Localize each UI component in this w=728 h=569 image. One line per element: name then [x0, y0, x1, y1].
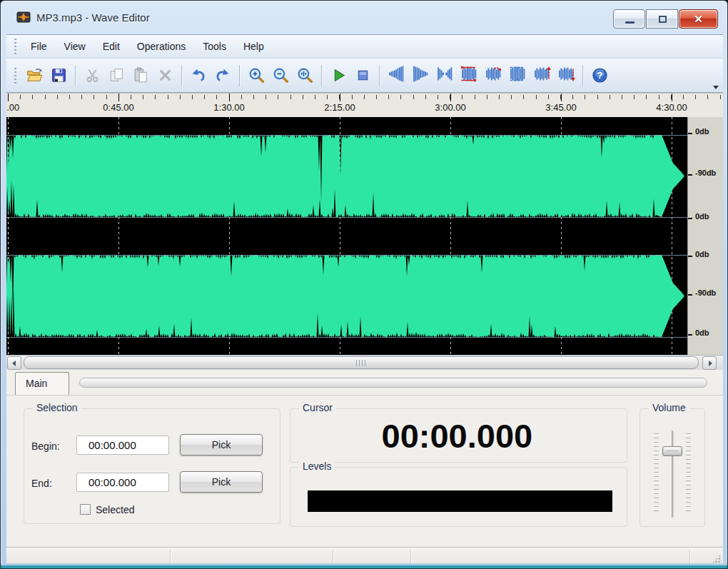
ruler-major-tick — [8, 94, 9, 101]
ruler-major-tick — [118, 94, 119, 101]
normalize-icon — [509, 65, 527, 86]
maximize-icon — [659, 16, 667, 23]
stop-button[interactable] — [350, 64, 375, 88]
undo-button[interactable] — [186, 64, 211, 88]
selected-checkbox[interactable] — [80, 504, 91, 515]
menu-tools[interactable]: Tools — [194, 35, 235, 59]
close-button[interactable]: ✕ — [679, 9, 718, 29]
zoom-out-button[interactable] — [268, 64, 293, 88]
waveform-channel-right — [6, 255, 684, 337]
volume-slider[interactable] — [652, 430, 692, 518]
db-tick — [688, 334, 692, 336]
zoom-in-button[interactable] — [244, 64, 268, 88]
zoom-fit-button[interactable] — [293, 64, 317, 88]
menu-operations[interactable]: Operations — [128, 35, 194, 59]
ruler-label: 4:30.00 — [656, 102, 687, 113]
maximize-button[interactable] — [646, 9, 678, 29]
status-separator — [410, 550, 411, 564]
paste-button[interactable] — [128, 64, 153, 88]
delete-button[interactable] — [153, 64, 177, 88]
toolbar-overflow-icon[interactable] — [713, 86, 719, 89]
timeline-ruler[interactable]: 00.00 0:45.00 1:30.00 2:15.00 3:00.00 3:… — [6, 93, 723, 117]
slider-ticks-right — [686, 433, 691, 513]
menu-edit[interactable]: Edit — [94, 35, 128, 59]
undo-icon — [190, 66, 208, 84]
fade-in-button[interactable] — [384, 64, 408, 88]
menu-file[interactable]: File — [22, 35, 56, 59]
scroll-left-button[interactable] — [7, 356, 21, 370]
tab-bar: Main — [6, 370, 723, 395]
cut-scissors-icon — [84, 66, 101, 84]
scrollbar-thumb[interactable] — [24, 356, 699, 369]
begin-label: Begin: — [31, 440, 60, 452]
scroll-right-button[interactable] — [702, 356, 717, 370]
ruler-major-tick — [561, 94, 562, 101]
play-button[interactable] — [326, 64, 350, 88]
toolbar-separator — [239, 65, 240, 86]
ruler-label: 2:15.00 — [324, 102, 355, 113]
window-bottom-frame — [1, 563, 727, 568]
db-label: 0db — [695, 127, 709, 136]
ruler-label: 3:45.00 — [545, 102, 576, 113]
zero-db-gridline — [6, 217, 687, 218]
slider-thumb[interactable] — [662, 446, 682, 456]
selection-group: Selection Begin: Pick End: Pick Selected — [24, 408, 280, 524]
toolbar-separator — [379, 65, 380, 86]
help-button[interactable]: ? — [587, 64, 612, 88]
toolbar-separator — [181, 65, 182, 86]
cursor-group: Cursor 00:00.000 — [290, 408, 627, 463]
normalize-button[interactable] — [505, 64, 530, 88]
minimize-icon — [625, 21, 635, 24]
db-label: -90db — [695, 288, 716, 297]
delete-selection-button[interactable] — [457, 64, 481, 88]
ruler-label: 0:45.00 — [103, 102, 133, 113]
pick-begin-button[interactable]: Pick — [180, 434, 263, 455]
insert-silence-icon — [436, 65, 454, 86]
level-meter — [308, 490, 612, 512]
fade-out-button[interactable] — [408, 64, 433, 88]
save-button[interactable] — [46, 64, 71, 88]
pick-end-button[interactable]: Pick — [180, 471, 263, 493]
status-separator — [689, 550, 690, 564]
end-label: End: — [31, 478, 52, 489]
begin-input[interactable] — [76, 435, 169, 455]
menu-help[interactable]: Help — [235, 35, 273, 59]
zero-db-gridline — [6, 337, 687, 338]
menu-view[interactable]: View — [56, 35, 94, 59]
ruler-label: 1:30.00 — [213, 102, 244, 113]
delete-x-icon — [156, 66, 174, 84]
play-icon — [330, 66, 348, 84]
volume-up-button[interactable] — [530, 64, 554, 88]
toolbar-grip[interactable] — [14, 68, 16, 84]
paste-mix-button[interactable] — [481, 64, 505, 88]
waveform-canvas[interactable] — [6, 117, 687, 355]
title-bar[interactable]: MP3.mp3 - Wave Editor ✕ — [1, 1, 727, 34]
open-folder-icon — [26, 66, 44, 84]
tab-main[interactable]: Main — [15, 372, 69, 395]
minimize-button[interactable] — [613, 9, 645, 29]
stereo-waveform — [6, 117, 687, 355]
slider-track[interactable] — [672, 430, 674, 518]
ruler-label: 3:00.00 — [435, 102, 465, 113]
ruler-major-tick — [450, 94, 451, 101]
svg-text:?: ? — [597, 70, 602, 81]
db-label: 0db — [695, 212, 709, 221]
redo-button[interactable] — [211, 64, 235, 88]
end-input[interactable] — [76, 473, 169, 492]
copy-button[interactable] — [104, 64, 128, 88]
cut-button[interactable] — [80, 64, 104, 88]
ruler-label: 00.00 — [6, 102, 19, 113]
resize-grip[interactable] — [712, 554, 721, 563]
close-icon: ✕ — [679, 10, 717, 28]
open-button[interactable] — [22, 64, 46, 88]
help-icon: ? — [591, 66, 609, 84]
db-scale-column: 0db -90db 0db 0db -90db 0db — [687, 117, 723, 355]
volume-down-icon — [557, 65, 575, 86]
zoom-in-icon — [248, 66, 266, 84]
horizontal-scrollbar[interactable] — [6, 355, 723, 370]
volume-down-button[interactable] — [554, 64, 578, 88]
selected-checkbox-label: Selected — [96, 504, 134, 515]
insert-silence-button[interactable] — [433, 64, 457, 88]
menubar-grip[interactable] — [14, 39, 16, 54]
db-tick — [688, 218, 692, 219]
